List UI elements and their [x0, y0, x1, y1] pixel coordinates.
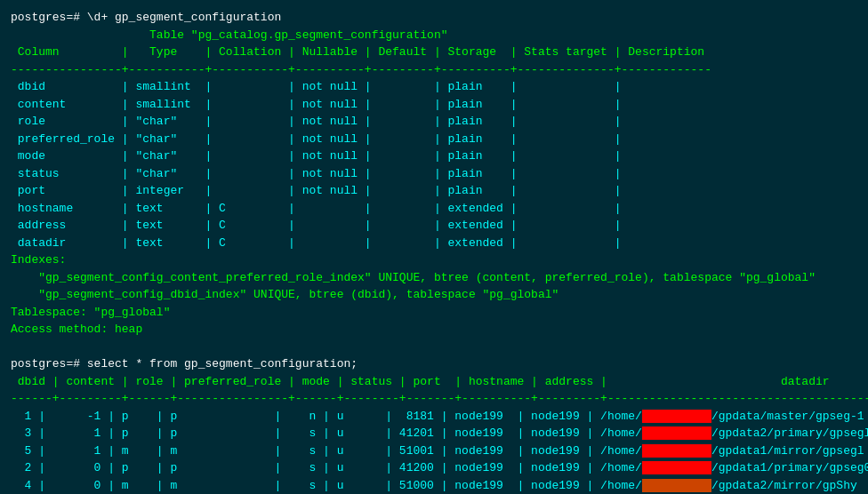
- desc-row-1: dbid | smallint | | not null | | plain |…: [11, 78, 857, 96]
- desc-row-7: port | integer | | not null | | plain | …: [11, 182, 857, 200]
- blank-line: [11, 339, 857, 356]
- terminal: postgres=# \d+ gp_segment_configuration …: [11, 9, 857, 494]
- desc-row-10: datadir | text | C | | | extended | |: [11, 235, 857, 252]
- desc-row-3: role | "char" | | not null | | plain | |: [11, 113, 857, 131]
- desc-row-4: preferred_role | "char" | | not null | |…: [11, 131, 857, 148]
- indexes-header: Indexes:: [11, 251, 857, 269]
- divider-1: ----------------+-----------+-----------…: [11, 61, 857, 79]
- table-title: Table "pg_catalog.gp_segment_configurati…: [11, 27, 857, 44]
- index-2: "gp_segment_config_dbid_index" UNIQUE, b…: [11, 286, 857, 304]
- column-header: Column | Type | Collation | Nullable | D…: [11, 44, 857, 61]
- desc-row-8: hostname | text | C | | | extended | |: [11, 200, 857, 218]
- redacted-path-2: [642, 426, 711, 440]
- redacted-path-3: [642, 444, 711, 458]
- table-row-3: 5 | 1 | m | m | s | u | 51001 | node199 …: [11, 442, 857, 460]
- table-row-5: 4 | 0 | m | m | s | u | 51000 | node199 …: [11, 477, 857, 495]
- table-row-4: 2 | 0 | p | p | s | u | 41200 | node199 …: [11, 459, 857, 477]
- redacted-path-1: [642, 410, 711, 423]
- desc-row-9: address | text | C | | | extended | |: [11, 217, 857, 235]
- desc-row-6: status | "char" | | not null | | plain |…: [11, 165, 857, 183]
- command-prompt-2: postgres=# select * from gp_segment_conf…: [11, 355, 857, 373]
- table-row-2: 3 | 1 | p | p | s | u | 41201 | node199 …: [11, 425, 857, 442]
- redacted-path-5: [642, 479, 711, 492]
- command-prompt-1: postgres=# \d+ gp_segment_configuration: [11, 9, 857, 27]
- desc-row-2: content | smallint | | not null | | plai…: [11, 96, 857, 114]
- access-method-line: Access method: heap: [11, 321, 857, 339]
- table-row-1: 1 | -1 | p | p | n | u | 8181 | node199 …: [11, 408, 857, 426]
- redacted-path-4: [642, 461, 711, 474]
- desc-row-5: mode | "char" | | not null | | plain | |: [11, 147, 857, 165]
- tablespace-line: Tablespace: "pg_global": [11, 304, 857, 322]
- index-1: "gp_segment_config_content_preferred_rol…: [11, 269, 857, 287]
- divider-2: ------+---------+------+----------------…: [11, 390, 857, 408]
- column-header-2: dbid | content | role | preferred_role |…: [11, 373, 857, 391]
